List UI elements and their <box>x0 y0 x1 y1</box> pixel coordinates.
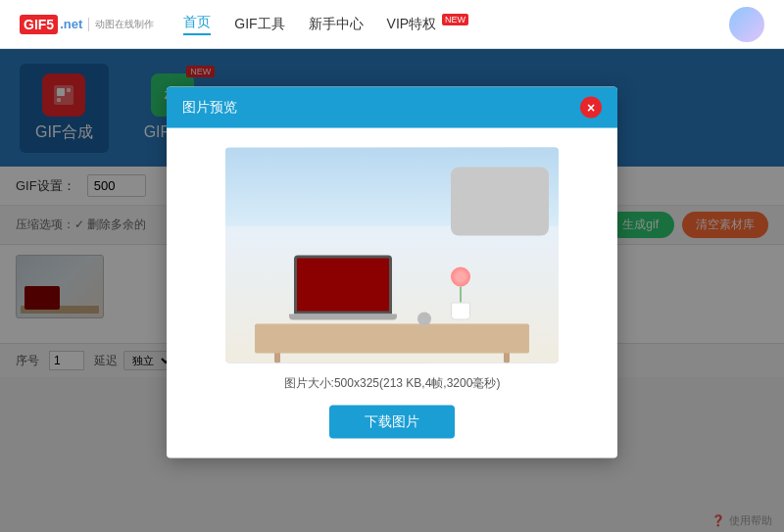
flower-pot <box>451 302 470 319</box>
nav-guide[interactable]: 新手中心 <box>309 16 364 33</box>
logo-net: .net <box>60 17 82 31</box>
avatar[interactable] <box>729 7 764 42</box>
modal-title: 图片预览 <box>182 98 237 116</box>
main-content: GIF合成 NEW ZIP GIF压缩 GIF设置： 压缩选项：✓ 删除多余的 … <box>0 49 784 532</box>
nav-links: 首页 GIF工具 新手中心 VIP特权 NEW <box>183 14 729 35</box>
nav-vip-label: VIP特权 <box>387 16 437 31</box>
cup <box>417 312 431 325</box>
logo-area: GIF5 .net 动图在线制作 <box>20 15 154 34</box>
modal-body: 图片大小:500x325(213 KB,4帧,3200毫秒) 下载图片 <box>167 127 617 458</box>
modal-info: 图片大小:500x325(213 KB,4帧,3200毫秒) <box>284 374 501 391</box>
download-button[interactable]: 下载图片 <box>329 405 455 438</box>
nav-vip[interactable]: VIP特权 NEW <box>387 15 468 33</box>
modal-header: 图片预览 × <box>167 86 617 127</box>
modal-image <box>225 147 559 363</box>
logo-sub: 动图在线制作 <box>88 18 154 31</box>
flower-stem <box>460 286 462 302</box>
flower-head <box>451 266 470 286</box>
nav-tools[interactable]: GIF工具 <box>234 16 284 33</box>
laptop-base <box>289 314 397 319</box>
vip-badge: NEW <box>442 14 468 25</box>
sofa-bg <box>451 167 549 235</box>
image-scene <box>225 147 559 363</box>
laptop <box>284 255 402 333</box>
modal-close-button[interactable]: × <box>580 96 602 118</box>
logo-badge: GIF5 <box>20 15 58 34</box>
laptop-screen <box>294 255 392 314</box>
flowers <box>441 266 480 325</box>
preview-modal: 图片预览 × <box>167 86 617 458</box>
logo-text: GIF5 <box>24 17 54 32</box>
nav-home[interactable]: 首页 <box>183 14 211 35</box>
header: GIF5 .net 动图在线制作 首页 GIF工具 新手中心 VIP特权 NEW <box>0 0 784 49</box>
